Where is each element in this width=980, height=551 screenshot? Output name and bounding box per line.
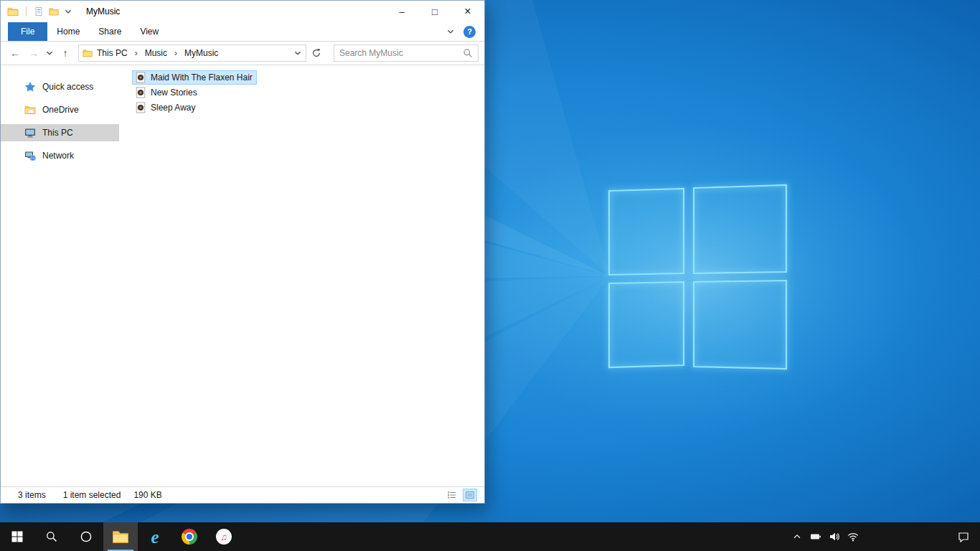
sidebar-item-network[interactable]: Network bbox=[1, 147, 119, 164]
breadcrumb-this-pc[interactable]: This PC bbox=[96, 48, 128, 58]
quick-access-toolbar: MyMusic bbox=[1, 6, 385, 17]
taskbar-itunes[interactable]: ♫ bbox=[207, 522, 241, 551]
breadcrumb-music[interactable]: Music bbox=[144, 48, 168, 58]
action-center-icon[interactable] bbox=[947, 522, 980, 551]
search-icon bbox=[46, 531, 57, 542]
cortana-circle-icon bbox=[80, 531, 92, 542]
recent-locations-chevron-icon[interactable] bbox=[44, 44, 55, 62]
desktop: MyMusic – □ × File Home Share View ? ← →… bbox=[0, 0, 980, 551]
address-bar[interactable]: This PC › Music › MyMusic bbox=[78, 44, 306, 62]
system-tray bbox=[788, 522, 980, 551]
file-item[interactable]: Sleep Away bbox=[132, 100, 200, 115]
address-folder-icon bbox=[83, 48, 93, 58]
toolbar-separator bbox=[26, 6, 27, 17]
cortana-button[interactable] bbox=[69, 522, 103, 551]
minimize-button[interactable]: – bbox=[385, 1, 418, 22]
sidebar-item-label: Network bbox=[42, 151, 74, 161]
onedrive-folder-icon bbox=[24, 104, 36, 116]
titlebar: MyMusic – □ × bbox=[1, 1, 484, 22]
refresh-icon[interactable] bbox=[308, 44, 325, 62]
tab-home[interactable]: Home bbox=[47, 22, 89, 41]
volume-icon[interactable] bbox=[825, 522, 844, 551]
details-view-icon[interactable] bbox=[445, 489, 459, 501]
help-button[interactable]: ? bbox=[463, 26, 476, 38]
tab-view[interactable]: View bbox=[131, 22, 168, 41]
window-folder-icon bbox=[7, 6, 19, 17]
computer-icon bbox=[24, 127, 36, 138]
battery-icon[interactable] bbox=[806, 522, 825, 551]
window-title: MyMusic bbox=[86, 6, 120, 17]
large-icons-view-icon[interactable] bbox=[463, 489, 477, 501]
file-name: Maid With The Flaxen Hair bbox=[151, 72, 253, 83]
address-dropdown-chevron-icon[interactable] bbox=[293, 49, 302, 57]
file-item[interactable]: New Stories bbox=[132, 85, 202, 100]
file-name: Sleep Away bbox=[151, 103, 196, 113]
window-controls: – □ × bbox=[385, 1, 484, 22]
taskbar-file-explorer[interactable] bbox=[103, 522, 138, 551]
media-file-icon bbox=[135, 72, 146, 83]
file-list: Maid With The Flaxen Hair New Stories Sl… bbox=[119, 65, 484, 486]
chrome-icon bbox=[182, 529, 197, 545]
customize-toolbar-chevron-icon[interactable] bbox=[64, 7, 72, 16]
start-button[interactable] bbox=[0, 522, 34, 551]
selection-size: 190 KB bbox=[133, 490, 161, 500]
file-explorer-icon bbox=[112, 528, 129, 545]
explorer-window: MyMusic – □ × File Home Share View ? ← →… bbox=[0, 0, 485, 504]
file-item[interactable]: Maid With The Flaxen Hair bbox=[132, 70, 257, 85]
breadcrumb-mymusic[interactable]: MyMusic bbox=[184, 48, 219, 58]
selection-count: 1 item selected bbox=[63, 490, 121, 500]
tab-share[interactable]: Share bbox=[89, 22, 131, 41]
media-file-icon bbox=[135, 87, 146, 98]
breadcrumb-separator: › bbox=[171, 48, 180, 58]
forward-button[interactable]: → bbox=[25, 44, 42, 62]
taskbar-chrome[interactable] bbox=[172, 522, 207, 551]
back-button[interactable]: ← bbox=[6, 44, 24, 62]
up-button[interactable]: ↑ bbox=[57, 44, 74, 62]
windows-logo-icon bbox=[11, 531, 23, 542]
search-input[interactable] bbox=[339, 48, 458, 58]
sidebar-item-this-pc[interactable]: This PC bbox=[1, 124, 119, 141]
sidebar-item-quick-access[interactable]: Quick access bbox=[1, 78, 119, 95]
close-button[interactable]: × bbox=[451, 1, 484, 22]
view-switcher bbox=[445, 489, 484, 501]
ribbon-tab-bar: File Home Share View ? bbox=[1, 22, 484, 42]
taskbar-search-button[interactable] bbox=[34, 522, 69, 551]
search-box bbox=[334, 44, 479, 62]
sidebar-item-label: This PC bbox=[42, 128, 73, 138]
star-icon bbox=[24, 81, 36, 93]
properties-icon[interactable] bbox=[34, 6, 44, 17]
maximize-button[interactable]: □ bbox=[418, 1, 451, 22]
expand-ribbon-chevron-icon[interactable] bbox=[446, 27, 455, 36]
navigation-pane: Quick access OneDrive This PC Network bbox=[1, 65, 119, 486]
itunes-icon: ♫ bbox=[216, 529, 232, 545]
sidebar-item-onedrive[interactable]: OneDrive bbox=[1, 101, 119, 118]
file-name: New Stories bbox=[151, 88, 197, 98]
sidebar-item-label: OneDrive bbox=[42, 105, 79, 115]
breadcrumb-separator: › bbox=[132, 48, 141, 58]
media-file-icon bbox=[135, 102, 146, 113]
status-bar: 3 items 1 item selected 190 KB bbox=[1, 486, 484, 503]
taskbar-internet-explorer[interactable]: e bbox=[138, 522, 172, 551]
window-body: Quick access OneDrive This PC Network bbox=[1, 65, 484, 486]
network-icon bbox=[24, 150, 36, 161]
search-icon[interactable] bbox=[463, 48, 473, 58]
new-folder-icon[interactable] bbox=[49, 6, 59, 17]
tab-file[interactable]: File bbox=[8, 22, 47, 41]
items-count: 3 items bbox=[18, 490, 46, 500]
address-bar-row: ← → ↑ This PC › Music › MyMusic bbox=[1, 42, 484, 65]
show-hidden-icons-chevron-icon[interactable] bbox=[788, 522, 806, 551]
taskbar: e ♫ bbox=[0, 522, 980, 551]
wifi-icon[interactable] bbox=[844, 522, 862, 551]
internet-explorer-icon: e bbox=[151, 528, 159, 546]
sidebar-item-label: Quick access bbox=[42, 82, 93, 92]
ribbon-right-controls: ? bbox=[446, 22, 484, 41]
